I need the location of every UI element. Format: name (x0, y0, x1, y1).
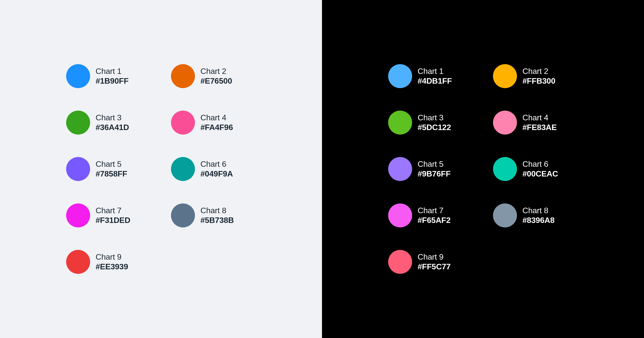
swatch-hex: #F65AF2 (418, 216, 450, 225)
swatch-item: Chart 2 #E76500 (171, 64, 256, 88)
swatch-hex: #F31DED (96, 216, 130, 225)
color-circle (388, 64, 412, 88)
swatch-meta: Chart 2 #E76500 (200, 67, 232, 86)
swatch-meta: Chart 5 #9B76FF (418, 160, 450, 178)
color-circle (171, 64, 195, 88)
swatch-label: Chart 5 (418, 160, 450, 169)
swatch-item: Chart 8 #5B738B (171, 204, 256, 228)
swatch-meta: Chart 3 #5DC122 (418, 113, 451, 132)
swatch-label: Chart 1 (418, 67, 452, 76)
swatch-item: Chart 1 #4DB1FF (388, 64, 473, 88)
swatch-item: Chart 5 #7858FF (66, 157, 151, 181)
swatch-meta: Chart 9 #FF5C77 (418, 252, 450, 271)
light-panel: Chart 1 #1B90FF Chart 2 #E76500 Chart 3 … (0, 0, 322, 338)
swatch-label: Chart 5 (96, 160, 127, 169)
swatch-hex: #8396A8 (522, 216, 555, 225)
color-circle (66, 204, 90, 228)
color-circle (171, 157, 195, 181)
swatch-hex: #5DC122 (418, 123, 451, 132)
swatch-label: Chart 2 (200, 67, 232, 76)
swatch-label: Chart 3 (96, 113, 129, 122)
color-circle (66, 110, 90, 134)
color-circle (493, 110, 517, 134)
swatch-item: Chart 7 #F65AF2 (388, 204, 473, 228)
color-circle (171, 110, 195, 134)
color-circle (171, 204, 195, 228)
swatch-label: Chart 3 (418, 113, 451, 122)
swatch-label: Chart 7 (96, 206, 130, 215)
swatch-label: Chart 8 (522, 206, 555, 215)
swatch-meta: Chart 4 #FE83AE (522, 113, 557, 132)
swatch-meta: Chart 1 #4DB1FF (418, 67, 452, 86)
swatch-meta: Chart 7 #F65AF2 (418, 206, 450, 225)
swatch-hex: #36A41D (96, 123, 129, 132)
swatch-hex: #FF5C77 (418, 262, 450, 271)
dark-swatch-grid: Chart 1 #4DB1FF Chart 2 #FFB300 Chart 3 … (388, 64, 578, 274)
swatch-hex: #7858FF (96, 169, 127, 178)
light-swatch-grid: Chart 1 #1B90FF Chart 2 #E76500 Chart 3 … (66, 64, 256, 274)
swatch-meta: Chart 7 #F31DED (96, 206, 130, 225)
swatch-meta: Chart 8 #5B738B (200, 206, 234, 225)
swatch-meta: Chart 9 #EE3939 (96, 252, 128, 271)
swatch-meta: Chart 6 #049F9A (200, 160, 233, 178)
dark-panel: Chart 1 #4DB1FF Chart 2 #FFB300 Chart 3 … (322, 0, 644, 338)
color-circle (66, 157, 90, 181)
swatch-item: Chart 2 #FFB300 (493, 64, 578, 88)
swatch-item: Chart 9 #EE3939 (66, 250, 151, 274)
swatch-meta: Chart 2 #FFB300 (522, 67, 556, 86)
swatch-meta: Chart 4 #FA4F96 (200, 113, 233, 132)
swatch-item: Chart 3 #5DC122 (388, 110, 473, 134)
swatch-label: Chart 9 (418, 252, 450, 262)
swatch-label: Chart 6 (522, 160, 558, 169)
swatch-meta: Chart 5 #7858FF (96, 160, 127, 178)
swatch-label: Chart 4 (522, 113, 557, 122)
swatch-hex: #FE83AE (522, 123, 557, 132)
swatch-hex: #E76500 (200, 76, 232, 86)
swatch-hex: #4DB1FF (418, 76, 452, 86)
color-circle (493, 64, 517, 88)
color-circle (66, 64, 90, 88)
color-circle (66, 250, 90, 274)
swatch-item: Chart 6 #00CEAC (493, 157, 578, 181)
color-circle (388, 250, 412, 274)
swatch-label: Chart 7 (418, 206, 450, 215)
swatch-label: Chart 9 (96, 252, 128, 262)
swatch-item: Chart 4 #FE83AE (493, 110, 578, 134)
swatch-hex: #1B90FF (96, 76, 128, 86)
swatch-hex: #00CEAC (522, 169, 558, 178)
swatch-meta: Chart 3 #36A41D (96, 113, 129, 132)
swatch-hex: #FA4F96 (200, 123, 233, 132)
swatch-label: Chart 6 (200, 160, 233, 169)
color-circle (388, 110, 412, 134)
swatch-item: Chart 6 #049F9A (171, 157, 256, 181)
swatch-label: Chart 4 (200, 113, 233, 122)
swatch-hex: #FFB300 (522, 76, 556, 86)
swatch-label: Chart 2 (522, 67, 556, 76)
swatch-item: Chart 3 #36A41D (66, 110, 151, 134)
swatch-hex: #EE3939 (96, 262, 128, 271)
swatch-label: Chart 8 (200, 206, 234, 215)
swatch-meta: Chart 1 #1B90FF (96, 67, 128, 86)
swatch-label: Chart 1 (96, 67, 128, 76)
swatch-hex: #049F9A (200, 169, 233, 178)
color-circle (388, 157, 412, 181)
color-circle (493, 204, 517, 228)
swatch-hex: #9B76FF (418, 169, 450, 178)
swatch-meta: Chart 6 #00CEAC (522, 160, 558, 178)
color-circle (493, 157, 517, 181)
swatch-item: Chart 7 #F31DED (66, 204, 151, 228)
color-circle (388, 204, 412, 228)
swatch-meta: Chart 8 #8396A8 (522, 206, 555, 225)
swatch-hex: #5B738B (200, 216, 234, 225)
swatch-item: Chart 8 #8396A8 (493, 204, 578, 228)
swatch-item: Chart 5 #9B76FF (388, 157, 473, 181)
swatch-item: Chart 9 #FF5C77 (388, 250, 473, 274)
swatch-item: Chart 4 #FA4F96 (171, 110, 256, 134)
swatch-item: Chart 1 #1B90FF (66, 64, 151, 88)
